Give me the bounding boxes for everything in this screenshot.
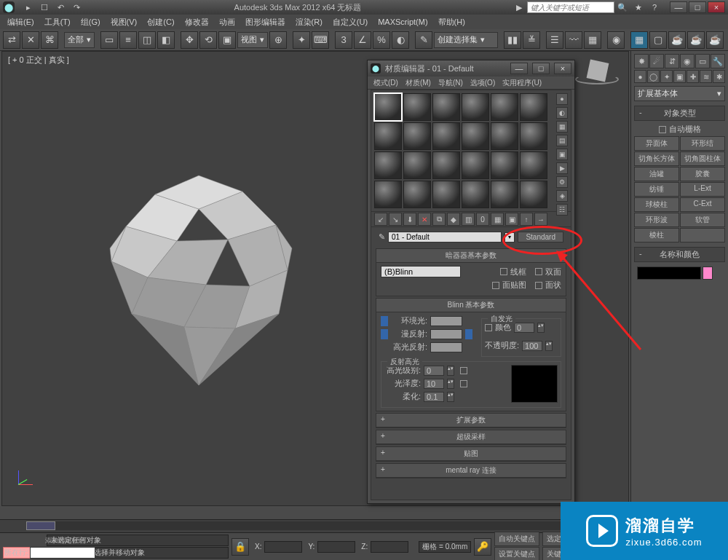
search-go-icon[interactable]: 🔍 bbox=[615, 1, 630, 13]
tab-modify[interactable]: ☄ bbox=[649, 54, 664, 68]
edit-named-sel-icon[interactable]: ✎ bbox=[415, 31, 432, 49]
render-icon[interactable]: ☕ bbox=[668, 31, 686, 49]
slot-2[interactable] bbox=[403, 93, 431, 121]
btn-gengon[interactable]: 球棱柱 bbox=[634, 197, 679, 212]
object-color-swatch[interactable] bbox=[703, 267, 713, 280]
quick-render-icon[interactable]: ☕ bbox=[687, 31, 705, 49]
ambient-lock-icon[interactable] bbox=[381, 316, 388, 326]
btn-ringwave[interactable]: 环形波 bbox=[634, 213, 679, 227]
maximize-button[interactable]: □ bbox=[689, 1, 706, 13]
menu-views[interactable]: 视图(V) bbox=[106, 15, 142, 29]
undo-icon[interactable]: ↶ bbox=[53, 1, 68, 13]
slot-1[interactable] bbox=[374, 93, 402, 121]
make-preview-icon[interactable]: ▶ bbox=[556, 162, 568, 174]
twosided-checkbox[interactable] bbox=[535, 268, 542, 275]
gloss-map[interactable] bbox=[460, 380, 467, 387]
angle-snap-icon[interactable]: ∠ bbox=[354, 31, 371, 49]
btn-oiltank[interactable]: 油罐 bbox=[634, 167, 679, 181]
slot-14[interactable] bbox=[403, 151, 431, 179]
sample-uv-icon[interactable]: ▤ bbox=[556, 135, 568, 146]
diffuse-map-icon[interactable] bbox=[465, 329, 472, 339]
slot-10[interactable] bbox=[462, 122, 489, 150]
slot-21[interactable] bbox=[432, 181, 460, 208]
layer-icon[interactable]: ☰ bbox=[546, 31, 563, 49]
curve-editor-icon[interactable]: 〰 bbox=[565, 31, 582, 49]
mirror-icon[interactable]: ▮▮ bbox=[504, 31, 521, 49]
time-tag-label[interactable]: 添加时间标记 bbox=[45, 536, 84, 545]
menu-rendering[interactable]: 渲染(R) bbox=[291, 15, 327, 29]
menu-grapheditors[interactable]: 图形编辑器 bbox=[241, 15, 290, 29]
bind-icon[interactable]: ⌘ bbox=[41, 31, 58, 49]
specular-color[interactable] bbox=[430, 342, 462, 352]
menu-group[interactable]: 组(G) bbox=[76, 15, 105, 29]
shader-dropdown[interactable]: (B)Blinn bbox=[381, 266, 461, 277]
show-end-result-icon[interactable]: ▣ bbox=[505, 213, 518, 226]
slot-17[interactable] bbox=[491, 151, 518, 179]
y-field[interactable] bbox=[317, 541, 355, 553]
mat-menu-modes[interactable]: 模式(D) bbox=[371, 77, 401, 89]
rollout-blinn-head[interactable]: Blinn 基本参数 bbox=[376, 299, 566, 312]
viewcube[interactable] bbox=[575, 58, 619, 95]
background-icon[interactable]: ▦ bbox=[556, 121, 568, 133]
slot-3[interactable] bbox=[432, 93, 460, 121]
open-icon[interactable]: ▸ bbox=[21, 1, 36, 13]
select-icon[interactable]: ▭ bbox=[100, 31, 118, 49]
backlight-icon[interactable]: ◐ bbox=[556, 107, 568, 119]
spinner-snap-icon[interactable]: ◐ bbox=[392, 31, 409, 49]
percent-snap-icon[interactable]: % bbox=[373, 31, 390, 49]
btn-chamferbox[interactable]: 切角长方体 bbox=[634, 151, 679, 166]
play-title-icon[interactable]: ▶ bbox=[512, 1, 526, 13]
help-search-input[interactable] bbox=[527, 1, 614, 13]
btn-hedra[interactable]: 异面体 bbox=[634, 136, 679, 151]
select-region-icon[interactable]: ◫ bbox=[138, 31, 156, 49]
mat-menu-utilities[interactable]: 实用程序(U) bbox=[499, 77, 545, 89]
pivot-icon[interactable]: ⊕ bbox=[269, 31, 287, 49]
render-setup-icon[interactable]: ▦ bbox=[630, 31, 648, 49]
time-slider[interactable] bbox=[26, 521, 55, 530]
facemap-checkbox[interactable] bbox=[492, 282, 499, 289]
go-to-parent-icon[interactable]: ↑ bbox=[520, 213, 533, 226]
mat-title-bar[interactable]: ⬤ 材质编辑器 - 01 - Default — □ × bbox=[368, 60, 574, 76]
rollout-shader-head[interactable]: 暗器器基本参数 bbox=[376, 249, 566, 263]
time-tag-icon[interactable]: 🔑 bbox=[474, 538, 491, 556]
menu-edit[interactable]: 编辑(E) bbox=[3, 15, 39, 29]
menu-create[interactable]: 创建(C) bbox=[143, 15, 178, 29]
mat-menu-options[interactable]: 选项(O) bbox=[467, 77, 498, 89]
btn-torusknot[interactable]: 环形结 bbox=[680, 136, 725, 151]
selection-scope-dropdown[interactable]: 全部▾ bbox=[64, 32, 95, 48]
btn-hose[interactable]: 软管 bbox=[680, 213, 725, 227]
auto-key-button[interactable]: 自动关键点 bbox=[494, 532, 539, 546]
wire-checkbox[interactable] bbox=[500, 268, 507, 275]
get-material-icon[interactable]: ↙ bbox=[374, 213, 387, 226]
tab-utilities[interactable]: 🔧 bbox=[711, 54, 725, 68]
render-frame-icon[interactable]: ▢ bbox=[649, 31, 667, 49]
named-selection-dropdown[interactable]: 创建选择集▾ bbox=[434, 32, 498, 48]
material-editor-icon[interactable]: ◉ bbox=[607, 31, 625, 49]
window-crossing-icon[interactable]: ◧ bbox=[157, 31, 175, 49]
subtab-spacewarps[interactable]: ≋ bbox=[700, 70, 712, 83]
mat-menu-material[interactable]: 材质(M) bbox=[403, 77, 434, 89]
make-copy-icon[interactable]: ⧉ bbox=[432, 213, 446, 226]
refcoord-dropdown[interactable]: 视图▾ bbox=[237, 32, 268, 48]
menu-modifiers[interactable]: 修改器 bbox=[181, 15, 213, 29]
schematic-icon[interactable]: ▦ bbox=[584, 31, 601, 49]
slot-8[interactable] bbox=[403, 122, 431, 150]
btn-chamfercyl[interactable]: 切角圆柱体 bbox=[680, 151, 725, 166]
slot-23[interactable] bbox=[491, 181, 518, 208]
material-id-icon[interactable]: 0 bbox=[476, 213, 489, 226]
tab-motion[interactable]: ◉ bbox=[680, 54, 695, 68]
minimize-button[interactable]: — bbox=[670, 1, 687, 13]
link-icon[interactable]: ⇄ bbox=[3, 31, 20, 49]
slot-20[interactable] bbox=[403, 181, 431, 208]
mat-maximize-button[interactable]: □ bbox=[532, 63, 550, 74]
menu-customize[interactable]: 自定义(U) bbox=[328, 15, 372, 29]
tab-hierarchy[interactable]: ⇵ bbox=[665, 54, 679, 68]
scale-icon[interactable]: ▣ bbox=[218, 31, 236, 49]
slot-15[interactable] bbox=[432, 151, 460, 179]
menu-animation[interactable]: 动画 bbox=[215, 15, 240, 29]
select-by-mat-icon[interactable]: ◈ bbox=[556, 190, 568, 202]
move-icon[interactable]: ✥ bbox=[181, 31, 198, 49]
show-in-viewport-icon[interactable]: ▦ bbox=[491, 213, 504, 226]
slot-9[interactable] bbox=[432, 122, 460, 150]
menu-maxscript[interactable]: MAXScript(M) bbox=[373, 16, 432, 28]
